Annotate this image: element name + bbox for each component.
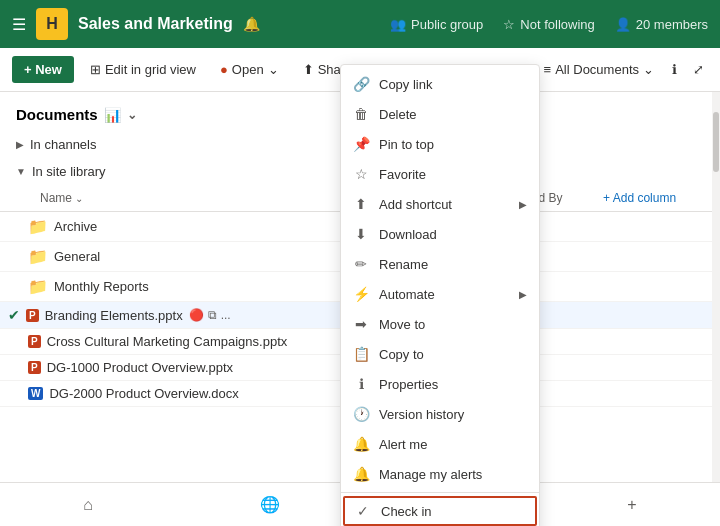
- menu-item-download[interactable]: ⬇ Download: [341, 219, 539, 249]
- home-button[interactable]: ⌂: [75, 488, 101, 522]
- info-icon[interactable]: ℹ: [668, 58, 681, 81]
- menu-item-pin-top[interactable]: 📌 Pin to top: [341, 129, 539, 159]
- rename-label: Rename: [379, 257, 428, 272]
- new-button[interactable]: + New: [12, 56, 74, 83]
- file-name-text: General: [54, 249, 100, 264]
- menu-item-check-in[interactable]: ✓ Check in: [343, 496, 537, 526]
- file-name-cell: 📁 Archive: [0, 212, 395, 242]
- rename-icon: ✏: [353, 256, 369, 272]
- menu-item-alert-me[interactable]: 🔔 Alert me: [341, 429, 539, 459]
- docs-chevron-icon[interactable]: ⌄: [127, 108, 137, 122]
- menu-item-move-to[interactable]: ➡ Move to: [341, 309, 539, 339]
- folder-icon: 📁: [28, 277, 48, 296]
- all-docs-label: All Documents: [555, 62, 639, 77]
- lock-icon: 🔴: [189, 308, 204, 322]
- version-history-label: Version history: [379, 407, 464, 422]
- menu-item-properties[interactable]: ℹ Properties: [341, 369, 539, 399]
- vertical-scrollbar[interactable]: [712, 92, 720, 526]
- public-group-label: Public group: [411, 17, 483, 32]
- download-icon: ⬇: [353, 226, 369, 242]
- file-extra-cell: [595, 212, 712, 242]
- file-extra-cell: [595, 381, 712, 407]
- edit-grid-button[interactable]: ⊞ Edit in grid view: [82, 57, 204, 82]
- file-name-cell: W DG-2000 Product Overview.docx: [0, 381, 395, 407]
- notify-icon[interactable]: 🔔: [243, 16, 260, 32]
- globe-button[interactable]: 🌐: [252, 487, 288, 522]
- automate-label: Automate: [379, 287, 435, 302]
- file-name-text: Branding Elements.pptx: [45, 308, 183, 323]
- all-documents-dropdown[interactable]: ≡ All Documents ⌄: [538, 58, 660, 81]
- pptx-icon: P: [28, 361, 41, 374]
- main-content: Documents 📊 ⌄ ▶ In channels ▼ In site li…: [0, 92, 720, 526]
- version-history-icon: 🕐: [353, 406, 369, 422]
- documents-title: Documents: [16, 106, 98, 123]
- members-label: 20 members: [636, 17, 708, 32]
- ellipsis-icon: ...: [221, 308, 231, 322]
- add-shortcut-label: Add shortcut: [379, 197, 452, 212]
- hamburger-menu-icon[interactable]: ☰: [12, 15, 26, 34]
- in-channels-label: In channels: [30, 137, 97, 152]
- star-icon: ☆: [503, 17, 515, 32]
- copy-to-icon: 📋: [353, 346, 369, 362]
- site-title: Sales and Marketing: [78, 15, 233, 33]
- menu-item-version-history[interactable]: 🕐 Version history: [341, 399, 539, 429]
- person-icon: 👤: [615, 17, 631, 32]
- file-extra-cell: [595, 272, 712, 302]
- menu-item-add-shortcut[interactable]: ⬆ Add shortcut ▶: [341, 189, 539, 219]
- filter-icon: ≡: [544, 62, 552, 77]
- powerpoint-icon: ●: [220, 62, 228, 77]
- properties-icon: ℹ: [353, 376, 369, 392]
- delete-icon: 🗑: [353, 106, 369, 122]
- add-button[interactable]: +: [619, 488, 644, 522]
- file-name-text: DG-1000 Product Overview.pptx: [47, 360, 233, 375]
- folder-icon: 📁: [28, 217, 48, 236]
- menu-item-delete[interactable]: 🗑 Delete: [341, 99, 539, 129]
- properties-label: Properties: [379, 377, 438, 392]
- all-docs-chevron-icon: ⌄: [643, 62, 654, 77]
- file-name-text: Archive: [54, 219, 97, 234]
- following-item[interactable]: ☆ Not following: [503, 17, 594, 32]
- share-icon: ⬆: [303, 62, 314, 77]
- menu-item-automate[interactable]: ⚡ Automate ▶: [341, 279, 539, 309]
- file-name-cell: ✔ P Branding Elements.pptx 🔴 ⧉ ...: [0, 302, 395, 329]
- copy-icon: ⧉: [208, 308, 217, 322]
- file-name-cell: P Cross Cultural Marketing Campaigns.ppt…: [0, 329, 395, 355]
- public-group-item[interactable]: 👥 Public group: [390, 17, 483, 32]
- add-shortcut-icon: ⬆: [353, 196, 369, 212]
- pptx-icon: P: [26, 309, 39, 322]
- pptx-icon: P: [28, 335, 41, 348]
- menu-item-copy-link[interactable]: 🔗 Copy link: [341, 92, 539, 99]
- add-column-label: + Add column: [603, 191, 704, 205]
- in-site-library-label: In site library: [32, 164, 106, 179]
- file-name-text: DG-2000 Product Overview.docx: [49, 386, 238, 401]
- menu-item-favorite[interactable]: ☆ Favorite: [341, 159, 539, 189]
- alert-me-label: Alert me: [379, 437, 427, 452]
- add-column-header[interactable]: + Add column: [595, 185, 712, 212]
- file-name-cell: P DG-1000 Product Overview.pptx: [0, 355, 395, 381]
- scroll-thumb[interactable]: [713, 112, 719, 172]
- file-name-cell: 📁 Monthly Reports: [0, 272, 395, 302]
- members-item[interactable]: 👤 20 members: [615, 17, 708, 32]
- manage-alerts-label: Manage my alerts: [379, 467, 482, 482]
- open-chevron-icon: ⌄: [268, 62, 279, 77]
- menu-divider: [341, 492, 539, 493]
- automate-icon: ⚡: [353, 286, 369, 302]
- name-column-header[interactable]: Name ⌄: [0, 185, 395, 212]
- submenu-arrow-icon: ▶: [519, 289, 527, 300]
- menu-item-rename[interactable]: ✏ Rename: [341, 249, 539, 279]
- menu-item-manage-alerts[interactable]: 🔔 Manage my alerts: [341, 459, 539, 489]
- docx-icon: W: [28, 387, 43, 400]
- file-name-text: Monthly Reports: [54, 279, 149, 294]
- pin-top-label: Pin to top: [379, 137, 434, 152]
- folder-icon: 📁: [28, 247, 48, 266]
- channels-chevron-icon: ▶: [16, 139, 24, 150]
- group-icon: 👥: [390, 17, 406, 32]
- manage-alerts-icon: 🔔: [353, 466, 369, 482]
- view-icon[interactable]: 📊: [104, 107, 121, 123]
- open-button[interactable]: ● Open ⌄: [212, 57, 287, 82]
- expand-icon[interactable]: ⤢: [689, 58, 708, 81]
- menu-item-copy-to[interactable]: 📋 Copy to: [341, 339, 539, 369]
- name-sort-icon: ⌄: [75, 193, 83, 204]
- not-following-label: Not following: [520, 17, 594, 32]
- copy-to-label: Copy to: [379, 347, 424, 362]
